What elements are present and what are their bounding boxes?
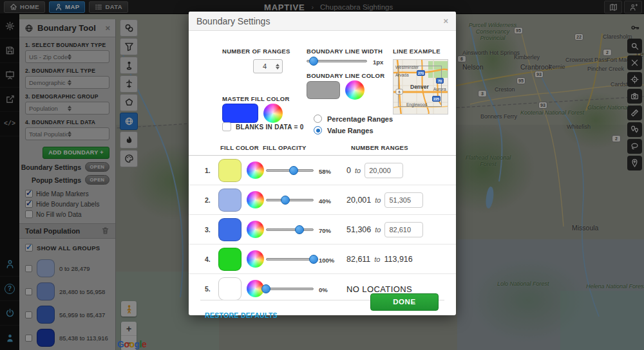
boundary-line-width-label: BOUNDARY LINE WIDTH <box>307 48 383 55</box>
range-to-word: to <box>374 255 380 263</box>
modal-body: NUMBER OF RANGES 4 MASTER FILL COLOR ✓ B… <box>189 31 456 315</box>
restore-defaults-link[interactable]: RESTORE DEFAULTS <box>205 311 278 319</box>
row-index: 5. <box>205 285 211 293</box>
interstate-shield: 225 <box>432 96 440 102</box>
line-example-thumbnail: Westminster Arvada Denver Aurora Englewo… <box>393 59 448 115</box>
app-window: Purcell Wilderness Conservancy Provincia… <box>0 0 644 350</box>
slider-thumb[interactable] <box>281 196 290 205</box>
slider-thumb[interactable] <box>295 225 304 234</box>
slider-track <box>266 199 314 201</box>
value-ranges-label: Value Ranges <box>327 127 374 134</box>
opacity-slider[interactable] <box>266 225 314 234</box>
range-from: 0 <box>346 166 351 175</box>
range-row-3: 3. 70% 51,306 to <box>189 215 456 244</box>
ranges-table-header: FILL COLOR FILL OPACITY NUMBER RANGES <box>189 144 456 156</box>
range-values: 82,611 to 113,916 <box>346 255 413 264</box>
line-color-wheel[interactable] <box>345 80 365 100</box>
range-to-value: 113,916 <box>384 255 413 264</box>
opacity-slider[interactable] <box>266 196 314 205</box>
range-to-input[interactable] <box>365 163 403 178</box>
master-fill-color-label: MASTER FILL COLOR <box>222 95 290 102</box>
line-example-place: Aurora <box>433 87 446 91</box>
range-values: 0 to <box>346 163 403 178</box>
number-of-ranges-label: NUMBER OF RANGES <box>222 48 290 55</box>
slider-thumb[interactable] <box>309 255 318 264</box>
row-index: 3. <box>205 226 211 234</box>
slider-thumb[interactable] <box>289 166 298 175</box>
line-example-place: Westminster <box>395 65 419 69</box>
line-width-slider[interactable] <box>307 57 367 66</box>
range-from: 51,306 <box>346 225 371 234</box>
modal-title: Boundary Settings <box>196 16 443 26</box>
range-to-input[interactable] <box>384 192 423 208</box>
opacity-slider[interactable] <box>266 255 314 264</box>
slider-track <box>266 228 314 231</box>
no-locations-label: NO LOCATIONS <box>346 284 412 294</box>
boundary-settings-modal: Boundary Settings × NUMBER OF RANGES 4 M… <box>189 12 456 315</box>
range-row-2: 2. 40% 20,001 to <box>189 185 456 215</box>
master-fill-color-swatch[interactable] <box>222 104 258 123</box>
number-of-ranges-stepper[interactable]: 4 <box>253 59 283 73</box>
opacity-value: 40% <box>319 198 331 205</box>
master-fill-color-wheel[interactable] <box>263 104 283 123</box>
range-to-word: to <box>355 167 361 174</box>
blanks-in-data-checkbox[interactable]: ✓ BLANKS IN DATA = 0 <box>222 122 304 131</box>
value-ranges-radio[interactable]: Value Ranges <box>314 126 374 134</box>
row-index: 4. <box>205 255 211 263</box>
row-index: 2. <box>205 196 211 204</box>
fill-color-swatch[interactable] <box>218 277 242 300</box>
radio-dot <box>314 115 322 123</box>
slider-track <box>266 288 314 290</box>
row-index: 1. <box>205 167 211 174</box>
slider-thumb[interactable] <box>309 57 318 66</box>
fill-color-swatch[interactable] <box>218 189 242 212</box>
fill-color-wheel[interactable] <box>247 161 264 179</box>
line-color-swatch[interactable] <box>307 81 340 99</box>
line-example-place: Denver <box>410 84 429 90</box>
percentage-ranges-label: Percentage Ranges <box>327 115 393 123</box>
checkbox: ✓ <box>222 122 231 131</box>
modal-close-icon[interactable]: × <box>443 16 448 26</box>
opacity-value: 0% <box>319 286 328 293</box>
number-of-ranges-value: 4 <box>254 62 276 70</box>
line-example-place: Englewood <box>406 102 427 107</box>
fill-color-swatch[interactable] <box>218 218 242 241</box>
opacity-value: 70% <box>319 227 331 234</box>
range-from: 82,611 <box>346 255 370 264</box>
range-row-4: 4. 100% 82,611 to 113,916 <box>189 244 456 274</box>
slider-thumb[interactable] <box>261 284 270 293</box>
modal-header: Boundary Settings × <box>189 12 456 31</box>
fill-color-swatch[interactable] <box>218 159 242 182</box>
blanks-in-data-label: BLANKS IN DATA = 0 <box>236 124 304 131</box>
range-values: 20,001 to <box>346 192 423 208</box>
line-width-value: 1px <box>373 59 383 66</box>
highway-shield: 6 <box>395 89 402 95</box>
opacity-value: 100% <box>319 257 334 264</box>
range-to-word: to <box>375 196 381 204</box>
done-button[interactable]: DONE <box>370 293 439 311</box>
fill-color-swatch[interactable] <box>218 248 242 271</box>
slider-track <box>266 258 314 261</box>
opacity-slider[interactable] <box>266 166 314 175</box>
fill-opacity-header: FILL OPACITY <box>263 144 307 151</box>
fill-color-wheel[interactable] <box>247 250 264 268</box>
range-row-1: 1. 58% 0 to <box>189 156 456 185</box>
number-ranges-header: NUMBER RANGES <box>351 144 408 151</box>
fill-color-wheel[interactable] <box>247 191 264 208</box>
opacity-value: 58% <box>319 168 331 175</box>
line-example-place: Arvada <box>395 73 409 77</box>
fill-color-header: FILL COLOR <box>220 144 259 151</box>
stepper-arrows-icon <box>276 64 279 69</box>
fill-color-wheel[interactable] <box>247 221 264 238</box>
boundary-line-color-label: BOUNDARY LINE COLOR <box>307 72 384 79</box>
range-values: 51,306 to <box>346 222 423 237</box>
interstate-shield: 70 <box>436 78 444 84</box>
range-to-input[interactable] <box>384 222 423 237</box>
interstate-shield: 270 <box>417 70 425 76</box>
range-to-word: to <box>375 226 381 234</box>
line-example-label: LINE EXAMPLE <box>393 48 440 55</box>
radio-dot <box>314 126 322 134</box>
percentage-ranges-radio[interactable]: Percentage Ranges <box>314 115 393 123</box>
range-from: 20,001 <box>346 196 371 205</box>
opacity-slider[interactable] <box>266 284 314 293</box>
